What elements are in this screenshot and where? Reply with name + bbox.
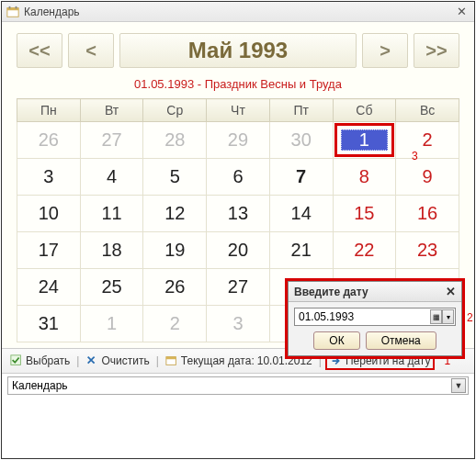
annotation-2: 2	[467, 311, 473, 324]
day-cell[interactable]: 2	[143, 306, 207, 342]
popup-title: Введите дату	[294, 286, 446, 298]
chevron-down-icon[interactable]: ▾	[442, 309, 454, 324]
clear-button[interactable]: Очистить	[83, 353, 152, 368]
calendar-picker-icon[interactable]: ▦	[430, 309, 442, 324]
day-cell[interactable]: 1	[80, 306, 143, 342]
month-year-title[interactable]: Май 1993	[119, 33, 357, 68]
day-cell[interactable]: 24	[17, 269, 81, 306]
select-label: Выбрать	[26, 354, 70, 367]
day-cell[interactable]: 1	[333, 122, 396, 159]
weekday-header: Ср	[143, 99, 207, 122]
day-cell[interactable]: 12	[143, 196, 207, 232]
view-combo[interactable]: Календарь ▼	[7, 376, 469, 395]
day-cell[interactable]: 14	[269, 196, 333, 232]
window-close-button[interactable]: ✕	[453, 5, 470, 18]
day-cell[interactable]: 7	[269, 159, 333, 196]
svg-rect-6	[166, 357, 176, 360]
clear-icon	[85, 354, 98, 367]
day-cell[interactable]: 23	[396, 232, 459, 269]
day-cell[interactable]: 10	[17, 196, 81, 232]
day-cell[interactable]: 18	[80, 232, 143, 269]
weekday-header: Сб	[333, 99, 396, 122]
svg-rect-3	[16, 6, 17, 8]
day-cell[interactable]: 20	[207, 232, 270, 269]
day-cell[interactable]: 3	[207, 306, 270, 342]
day-cell[interactable]: 4	[80, 159, 143, 196]
date-input[interactable]: 01.05.1993 ▦ ▾	[294, 308, 456, 326]
day-cell[interactable]: 8	[333, 159, 396, 196]
day-cell[interactable]: 9	[396, 159, 459, 196]
weekday-header: Пн	[17, 99, 81, 122]
day-cell[interactable]: 13	[207, 196, 270, 232]
nav-row: << < Май 1993 > >>	[17, 33, 459, 68]
popup-title-bar: Введите дату ✕	[289, 282, 461, 302]
date-input-value: 01.05.1993	[299, 310, 354, 323]
day-cell[interactable]: 15	[333, 196, 396, 232]
svg-rect-2	[9, 6, 11, 8]
day-cell[interactable]: 26	[17, 122, 81, 159]
day-cell[interactable]: 25	[80, 269, 143, 306]
prev-year-button[interactable]: <<	[17, 33, 62, 68]
popup-close-button[interactable]: ✕	[446, 285, 456, 298]
annotation-3: 3	[412, 150, 418, 163]
day-cell[interactable]: 22	[333, 232, 396, 269]
current-date-label: Текущая дата:	[181, 354, 255, 367]
day-cell[interactable]: 6	[207, 159, 270, 196]
day-cell[interactable]: 3	[17, 159, 81, 196]
day-cell[interactable]: 31	[17, 306, 81, 342]
calendar-small-icon	[165, 354, 178, 367]
calendar-icon	[6, 5, 20, 19]
next-month-button[interactable]: >	[362, 33, 408, 68]
goto-date-popup: Введите дату ✕ 01.05.1993 ▦ ▾ ОК Отмена	[285, 278, 465, 359]
calendar-window: Календарь ✕ << < Май 1993 > >> 01.05.199…	[1, 1, 475, 459]
day-cell[interactable]: 28	[143, 122, 207, 159]
view-combo-value: Календарь	[12, 379, 68, 392]
date-spinner[interactable]: ▦ ▾	[430, 309, 454, 324]
day-cell[interactable]: 27	[207, 269, 270, 306]
day-cell[interactable]: 17	[17, 232, 81, 269]
select-button[interactable]: Выбрать	[7, 353, 73, 368]
day-cell[interactable]: 19	[143, 232, 207, 269]
day-cell[interactable]: 26	[143, 269, 207, 306]
cancel-button[interactable]: Отмена	[366, 331, 436, 350]
weekday-header: Пт	[269, 99, 333, 122]
weekday-header: Вс	[396, 99, 459, 122]
combo-row: Календарь ▼	[2, 374, 474, 400]
title-bar: Календарь ✕	[2, 2, 474, 22]
day-cell[interactable]: 5	[143, 159, 207, 196]
day-cell[interactable]: 2	[396, 122, 459, 159]
check-icon	[10, 354, 23, 367]
toolbar-separator: |	[76, 354, 79, 367]
day-cell[interactable]: 29	[207, 122, 270, 159]
chevron-down-icon[interactable]: ▼	[451, 378, 466, 393]
day-cell[interactable]: 21	[269, 232, 333, 269]
holiday-text: 01.05.1993 - Праздник Весны и Труда	[17, 73, 459, 98]
weekday-header: Чт	[207, 99, 270, 122]
toolbar-separator: |	[156, 354, 159, 367]
day-cell[interactable]: 11	[80, 196, 143, 232]
next-year-button[interactable]: >>	[414, 33, 459, 68]
window-title: Календарь	[24, 6, 453, 18]
weekday-header: Вт	[80, 99, 143, 122]
day-cell[interactable]: 16	[396, 196, 459, 232]
day-cell[interactable]: 30	[269, 122, 333, 159]
ok-button[interactable]: ОК	[313, 331, 359, 350]
prev-month-button[interactable]: <	[68, 33, 114, 68]
clear-label: Очистить	[101, 354, 149, 367]
svg-rect-4	[11, 355, 21, 365]
day-cell[interactable]: 27	[80, 122, 143, 159]
